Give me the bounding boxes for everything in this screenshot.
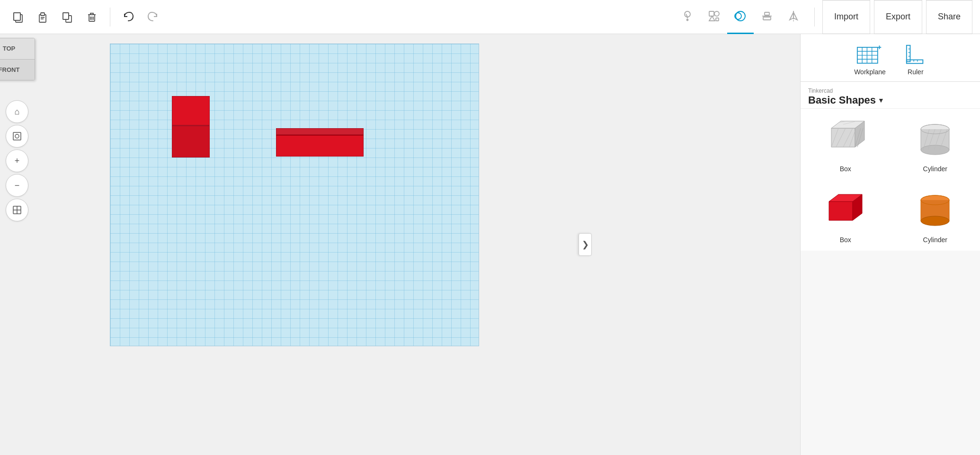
workplane-label: Workplane	[854, 68, 886, 76]
export-button[interactable]: Export	[874, 0, 922, 34]
shape-item-cylinder-gray[interactable]: Cylinder	[891, 109, 980, 180]
svg-point-15	[686, 19, 688, 21]
shape-label-cylinder-gray: Cylinder	[923, 165, 947, 173]
undo-button[interactable]	[118, 7, 139, 27]
redo-button[interactable]	[143, 7, 163, 27]
shape-item-box-gray[interactable]: Box	[801, 109, 891, 180]
zoom-out-button[interactable]: −	[6, 174, 28, 197]
svg-marker-71	[829, 201, 853, 220]
shapes-dropdown[interactable]: Basic Shapes ▼	[808, 94, 972, 106]
divider-2	[814, 8, 815, 26]
svg-rect-19	[716, 18, 719, 21]
svg-marker-26	[790, 12, 793, 20]
duplicate-button[interactable]	[57, 7, 78, 27]
svg-rect-4	[41, 13, 45, 16]
shape-item-cylinder-orange[interactable]: Cylinder	[891, 180, 980, 251]
toolbar-center-tools	[674, 0, 807, 34]
svg-rect-24	[763, 17, 771, 20]
view-cube-top-label: TOP	[0, 38, 35, 60]
canvas-area[interactable]: ❯	[34, 34, 800, 455]
svg-rect-23	[765, 12, 769, 15]
main-toolbar: Import Export Share	[0, 0, 980, 34]
workplane-tool[interactable]: Workplane	[854, 44, 886, 76]
left-panel: TOP FRONT ⌂ + −	[0, 34, 34, 455]
mirror-button[interactable]	[780, 0, 807, 34]
svg-rect-28	[13, 132, 21, 140]
copy-button[interactable]	[8, 7, 28, 27]
svg-point-76	[921, 216, 949, 226]
group-button[interactable]	[727, 0, 754, 34]
view-cube-box: TOP FRONT	[0, 38, 35, 80]
view-toggle-button[interactable]	[6, 199, 28, 221]
shape-tall-box[interactable]	[172, 96, 210, 158]
svg-rect-42	[907, 45, 910, 61]
shapes-header: Tinkercad Basic Shapes ▼	[801, 82, 980, 108]
hint-button[interactable]	[674, 0, 701, 34]
shapes-grid: Box Cylin	[801, 108, 980, 251]
shape-item-box-red[interactable]: Box	[801, 180, 891, 251]
svg-marker-27	[793, 12, 797, 20]
align-button[interactable]	[754, 0, 780, 34]
svg-rect-1	[14, 13, 20, 20]
shape-label-box-gray: Box	[840, 165, 851, 173]
main-area: TOP FRONT ⌂ + −	[0, 34, 980, 455]
svg-rect-8	[63, 13, 69, 19]
dropdown-arrow-icon: ▼	[878, 96, 884, 104]
svg-point-17	[714, 11, 719, 16]
panel-collapse-arrow[interactable]: ❯	[579, 233, 592, 256]
shapes-button[interactable]	[701, 0, 727, 34]
zoom-in-button[interactable]: +	[6, 149, 28, 172]
ruler-tool[interactable]: Ruler	[905, 44, 927, 76]
shape-label-cylinder-orange: Cylinder	[923, 236, 947, 244]
share-button[interactable]: Share	[926, 0, 972, 34]
ruler-label: Ruler	[908, 68, 923, 76]
shape-label-box-red: Box	[840, 236, 851, 244]
right-panel: Workplane Ruler Tink	[800, 34, 980, 455]
svg-point-29	[15, 134, 19, 138]
basic-shapes-title: Basic Shapes	[808, 94, 876, 106]
right-panel-toolbar: Workplane Ruler	[801, 34, 980, 82]
home-view-button[interactable]: ⌂	[6, 100, 28, 123]
canvas-grid	[110, 44, 479, 346]
svg-rect-16	[709, 11, 714, 16]
tinkercad-label: Tinkercad	[808, 88, 972, 94]
view-cube-front-label: FRONT	[0, 60, 35, 80]
fit-view-button[interactable]	[6, 125, 28, 148]
delete-button[interactable]	[81, 7, 102, 27]
shape-wide-box[interactable]	[276, 128, 364, 157]
paste-button[interactable]	[32, 7, 53, 27]
divider-1	[110, 8, 110, 26]
svg-marker-18	[709, 16, 715, 21]
import-button[interactable]: Import	[822, 0, 870, 34]
